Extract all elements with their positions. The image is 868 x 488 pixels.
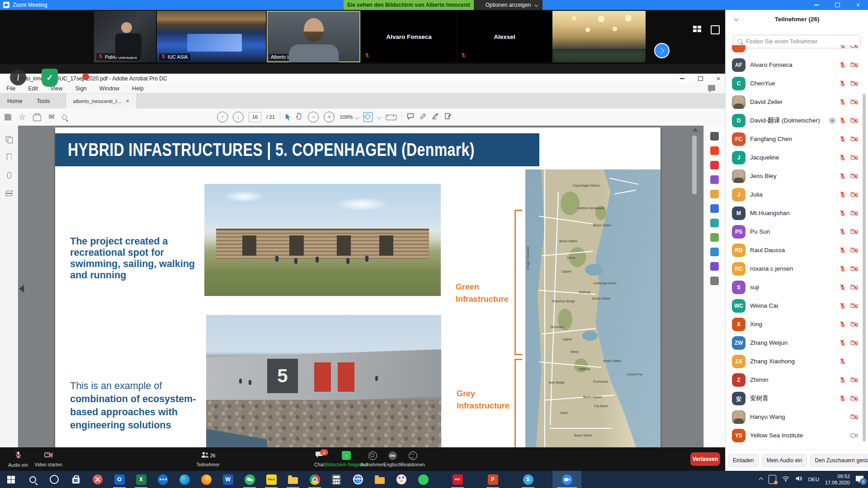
menu-file[interactable]: File (6, 85, 15, 92)
participant-row[interactable]: JJacqueline (726, 151, 864, 169)
menu-edit[interactable]: Edit (28, 85, 38, 92)
menu-help[interactable]: Help (132, 85, 144, 92)
taskbar-file-explorer-icon[interactable] (282, 471, 304, 488)
organize-pages-icon[interactable] (710, 219, 719, 227)
close-button[interactable]: × (848, 0, 868, 10)
zoom-level-select[interactable]: 109% (340, 114, 358, 120)
taskbar-outlook-icon[interactable]: O (108, 471, 130, 488)
participant-row[interactable]: Hanyu Wang (726, 410, 864, 429)
speaker-icon[interactable] (795, 475, 802, 483)
participant-row[interactable]: Jens Bley (726, 169, 864, 188)
participant-row[interactable]: CChenYue (726, 77, 864, 95)
feedback-bubble-icon[interactable] (708, 85, 715, 91)
search-icon[interactable] (62, 115, 67, 120)
next-participants-button[interactable] (654, 43, 670, 58)
comment-icon[interactable] (710, 190, 719, 198)
wifi-icon[interactable] (782, 475, 789, 483)
taskbar-excel-icon[interactable]: X (130, 471, 152, 488)
participant-row[interactable]: ZWZhang Weijun (726, 336, 864, 355)
bookmarks-icon[interactable] (5, 154, 13, 161)
taskbar-paint-icon[interactable] (391, 471, 412, 488)
taskbar-acrobat-icon[interactable]: PDF (447, 471, 468, 488)
taskbar-word-icon[interactable]: W (217, 471, 239, 488)
participant-row[interactable]: David Zeller (726, 95, 864, 114)
taskbar-snipping-tool-icon[interactable] (87, 471, 108, 488)
maximize-button[interactable] (827, 0, 847, 10)
fit-options-chevron-icon[interactable] (377, 115, 381, 119)
options-dropdown[interactable]: Optionen anzeigen (474, 0, 542, 10)
participant-row[interactable]: JJulia (726, 188, 864, 206)
taskbar-powerpoint-icon[interactable]: P (482, 471, 504, 488)
allow-participants-button[interactable]: Den Zuschauern gestatten, di (810, 454, 868, 467)
taskbar-globe-tool-icon[interactable] (347, 471, 369, 488)
video-tile[interactable]: Alberto Innocenti (267, 11, 360, 62)
participant-row[interactable]: Ssuji (726, 281, 864, 299)
participant-row[interactable]: RCroxana c.jensen (726, 262, 864, 281)
mail-icon[interactable]: ✉ (48, 113, 54, 121)
select-tool-icon[interactable] (285, 113, 291, 121)
participant-row[interactable]: MMt.Huangshan (726, 206, 864, 225)
hand-tool-icon[interactable] (296, 113, 303, 122)
tab-tools[interactable]: Tools (29, 94, 57, 108)
tab-home[interactable]: Home (0, 94, 29, 108)
minimize-button[interactable] (807, 0, 826, 10)
video-button[interactable]: Video starten (33, 447, 64, 471)
participant-row[interactable]: FCFangfang Chen (726, 132, 864, 151)
leave-button[interactable]: Verlassen (690, 452, 720, 466)
clock[interactable]: 09:52 17.09.2020 (825, 473, 850, 486)
zoom-tools-icon[interactable] (710, 132, 719, 141)
scroll-up-icon[interactable] (693, 128, 698, 131)
more-tools-icon[interactable] (710, 277, 719, 285)
page-number-input[interactable]: 16 (249, 112, 261, 122)
zoom-out-icon[interactable]: − (308, 112, 319, 122)
acrobat-minimize-button[interactable] (675, 74, 689, 84)
participant-row[interactable]: ZZhimin (726, 373, 864, 392)
invite-button[interactable]: Einladen (728, 454, 759, 467)
fit-page-icon[interactable] (363, 112, 373, 122)
participant-row[interactable]: ZXZhang Xiaohong (726, 355, 864, 373)
action-center-icon[interactable]: 3 (856, 476, 863, 483)
video-tile[interactable]: Alexsel (458, 11, 552, 62)
edit-pdf-icon[interactable] (710, 175, 719, 184)
enhance-scans-icon[interactable] (710, 233, 719, 242)
zoom-in-icon[interactable]: + (324, 112, 335, 122)
next-page-button[interactable]: ↓ (233, 112, 244, 122)
layers-icon[interactable] (5, 190, 13, 197)
participant-row[interactable]: DDavid-翻译 (Dolmetscher)中 (726, 114, 864, 132)
my-audio-button[interactable]: Mein Audio ein (762, 454, 807, 467)
protect-icon[interactable] (710, 248, 719, 256)
video-tile[interactable]: Pablo Gándara (94, 11, 156, 62)
taskbar-zoom-app-icon[interactable] (552, 471, 581, 488)
taskbar-wechat-icon[interactable] (239, 471, 260, 488)
audio-button[interactable]: Audio ein (4, 447, 33, 471)
taskbar-chrome-icon[interactable] (304, 471, 326, 488)
participant-row[interactable]: PSPu Sun (726, 225, 864, 244)
taskbar-whatsapp-icon[interactable] (412, 471, 434, 488)
menu-sign[interactable]: Sign (75, 85, 87, 92)
fill-sign-icon[interactable] (444, 113, 452, 122)
participants-button[interactable]: 26 Teilnehmer (189, 447, 227, 471)
comment-tool-icon[interactable] (407, 113, 414, 122)
acrobat-maximize-button[interactable] (693, 74, 708, 84)
taskbar-firefox-icon[interactable] (195, 471, 217, 488)
tray-device-icon[interactable] (769, 475, 776, 484)
participant-row[interactable]: 安安树青 (726, 392, 864, 410)
participant-row[interactable]: AFAlvaro Fonseca (726, 58, 864, 77)
fullscreen-icon[interactable] (711, 25, 720, 34)
menu-window[interactable]: Window (99, 85, 119, 92)
taskbar-cortana-icon[interactable] (43, 471, 65, 488)
video-tile[interactable]: Alvaro Fonseca (361, 11, 457, 62)
taskbar-calculator-icon[interactable] (326, 471, 347, 488)
document-scrollbar[interactable] (692, 136, 697, 194)
close-tab-icon[interactable]: × (126, 98, 129, 104)
video-tile[interactable]: IUC ASIA (157, 11, 266, 62)
tray-expand-icon[interactable] (759, 477, 763, 482)
participant-row[interactable]: XXing (726, 318, 864, 336)
video-tile[interactable]: Yellow Sea Institute (552, 11, 646, 62)
page-display-icon[interactable] (386, 115, 396, 120)
sign-pen-icon[interactable] (432, 113, 439, 122)
attachments-icon[interactable] (5, 172, 13, 179)
create-pdf-icon[interactable] (710, 161, 719, 169)
taskbar-microsoft-store-icon[interactable] (65, 471, 87, 488)
acrobat-close-button[interactable]: × (711, 74, 726, 84)
